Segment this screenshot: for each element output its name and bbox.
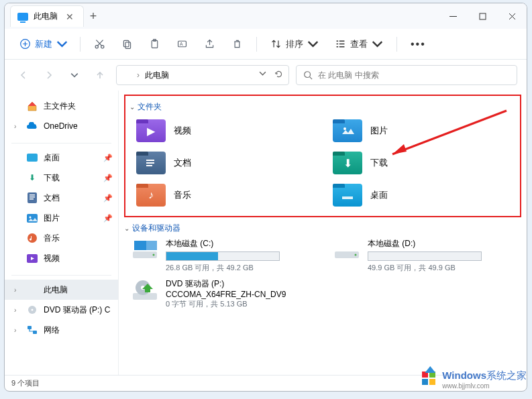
item-count: 9 个项目 bbox=[11, 378, 40, 388]
pin-icon: 📌 bbox=[103, 214, 113, 223]
view-label: 查看 bbox=[350, 38, 368, 50]
sidebar-downloads[interactable]: ⬇ 下载📌 bbox=[5, 168, 118, 188]
drive-name: DVD 驱动器 (P:) bbox=[166, 278, 319, 290]
svg-point-8 bbox=[101, 46, 104, 48]
forward-button[interactable] bbox=[40, 66, 58, 84]
svg-point-31 bbox=[30, 216, 32, 218]
svg-point-7 bbox=[95, 46, 98, 48]
refresh-button[interactable] bbox=[274, 70, 283, 80]
caret-down-icon: ⌄ bbox=[129, 103, 135, 111]
drive-c[interactable]: 本地磁盘 (C:) 26.8 GB 可用，共 49.2 GB bbox=[131, 238, 319, 273]
drive-name: 本地磁盘 (D:) bbox=[368, 238, 521, 249]
svg-rect-42 bbox=[146, 165, 152, 166]
up-button[interactable] bbox=[91, 66, 109, 84]
document-icon bbox=[26, 192, 38, 203]
sidebar-dvd[interactable]: › DVD 驱动器 (P:) C bbox=[5, 300, 118, 320]
search-box[interactable]: 在 此电脑 中搜索 bbox=[296, 65, 517, 85]
drive-dvd[interactable]: DVD 驱动器 (P:) CCCOMA_X64FRE_ZH-CN_DV9 0 字… bbox=[131, 278, 319, 309]
caret-down-icon: ⌄ bbox=[124, 225, 129, 232]
pin-icon: 📌 bbox=[103, 174, 113, 182]
delete-button[interactable] bbox=[225, 36, 250, 52]
view-button[interactable]: 查看 bbox=[328, 36, 390, 53]
svg-rect-26 bbox=[28, 192, 37, 203]
music-icon bbox=[26, 233, 38, 243]
minimize-button[interactable] bbox=[438, 5, 468, 27]
svg-text:A: A bbox=[180, 42, 183, 46]
svg-rect-28 bbox=[30, 196, 35, 198]
folder-desktop[interactable]: 桌面 bbox=[333, 181, 516, 209]
sidebar-pictures[interactable]: 图片📌 bbox=[5, 208, 118, 228]
clipboard-icon bbox=[149, 38, 160, 50]
drive-icon bbox=[131, 238, 159, 262]
cut-button[interactable] bbox=[87, 36, 112, 52]
search-icon bbox=[303, 70, 313, 80]
folder-documents[interactable]: 文档 bbox=[136, 149, 319, 177]
folder-music[interactable]: ♪音乐 bbox=[136, 181, 319, 209]
sidebar-this-pc[interactable]: › 此电脑 bbox=[5, 280, 118, 300]
address-location: 此电脑 bbox=[145, 70, 169, 81]
pin-icon: 📌 bbox=[103, 154, 113, 162]
window-tab[interactable]: 此电脑 ✕ bbox=[10, 5, 84, 27]
chevron-down-icon bbox=[56, 38, 68, 50]
network-icon bbox=[26, 325, 38, 335]
share-icon bbox=[204, 38, 215, 50]
maximize-button[interactable] bbox=[468, 5, 497, 27]
folder-pictures[interactable]: 图片 bbox=[333, 117, 516, 145]
drive-icon bbox=[333, 238, 361, 262]
devices-section-header[interactable]: ⌄ 设备和驱动器 bbox=[124, 223, 521, 234]
pin-icon: 📌 bbox=[103, 194, 113, 203]
document-icon bbox=[136, 152, 166, 174]
svg-rect-43 bbox=[342, 196, 353, 199]
sidebar-home[interactable]: 主文件夹 bbox=[5, 96, 118, 116]
folders-section-header[interactable]: ⌄ 文件夹 bbox=[129, 101, 516, 113]
sidebar-network[interactable]: › 网络 bbox=[5, 320, 118, 340]
this-pc-icon bbox=[122, 72, 131, 79]
music-icon: ♪ bbox=[136, 184, 166, 207]
picture-icon bbox=[333, 119, 362, 142]
desktop-icon bbox=[333, 184, 362, 207]
annotation-highlight: ⌄ 文件夹 ▶视频 图片 文档 ⬇下载 ♪音乐 桌面 bbox=[124, 95, 521, 217]
address-row: › 此电脑 在 此电脑 中搜索 bbox=[5, 60, 527, 91]
new-tab-button[interactable]: + bbox=[84, 9, 103, 23]
desktop-icon bbox=[26, 152, 38, 163]
trash-icon bbox=[231, 38, 243, 50]
address-bar[interactable]: › 此电脑 bbox=[116, 65, 289, 85]
close-button[interactable] bbox=[497, 5, 527, 27]
sidebar-onedrive[interactable]: › OneDrive bbox=[5, 116, 118, 136]
this-pc-icon bbox=[26, 284, 38, 295]
sidebar-videos[interactable]: 视频 bbox=[5, 248, 118, 268]
download-icon: ⬇ bbox=[26, 172, 38, 183]
drive-name: 本地磁盘 (C:) bbox=[166, 238, 319, 249]
toolbar: 新建 A 排序 查看 ••• bbox=[5, 29, 527, 60]
sort-icon bbox=[270, 38, 282, 50]
more-button[interactable]: ••• bbox=[404, 36, 433, 53]
svg-rect-11 bbox=[123, 40, 129, 46]
tab-close-button[interactable]: ✕ bbox=[63, 11, 76, 22]
folder-downloads[interactable]: ⬇下载 bbox=[333, 149, 516, 177]
explorer-window: 此电脑 ✕ + 新建 A 排序 查看 bbox=[4, 3, 527, 392]
tab-title: 此电脑 bbox=[34, 11, 58, 22]
sort-button[interactable]: 排序 bbox=[264, 36, 325, 53]
folder-videos[interactable]: ▶视频 bbox=[136, 117, 319, 145]
address-dropdown[interactable] bbox=[259, 70, 266, 80]
new-button[interactable]: 新建 bbox=[14, 36, 73, 53]
titlebar: 此电脑 ✕ + bbox=[5, 3, 527, 29]
svg-point-49 bbox=[355, 254, 357, 256]
sidebar-desktop[interactable]: 桌面📌 bbox=[5, 148, 118, 168]
sidebar-documents[interactable]: 文档📌 bbox=[5, 188, 118, 208]
rename-button[interactable]: A bbox=[170, 36, 195, 52]
svg-rect-41 bbox=[146, 162, 154, 164]
copy-button[interactable] bbox=[115, 36, 140, 52]
share-button[interactable] bbox=[197, 36, 222, 52]
drive-volume-label: CCCOMA_X64FRE_ZH-CN_DV9 bbox=[166, 290, 319, 299]
sidebar: 主文件夹 › OneDrive 桌面📌 ⬇ 下载📌 文档📌 bbox=[5, 91, 119, 375]
svg-rect-27 bbox=[30, 194, 35, 196]
paste-button[interactable] bbox=[142, 36, 167, 52]
drive-d[interactable]: 本地磁盘 (D:) 49.9 GB 可用，共 49.9 GB bbox=[333, 238, 521, 273]
back-button[interactable] bbox=[14, 66, 33, 84]
svg-point-32 bbox=[28, 233, 37, 243]
svg-rect-40 bbox=[146, 160, 154, 161]
recent-dropdown[interactable] bbox=[65, 66, 84, 84]
sidebar-music[interactable]: 音乐 bbox=[5, 228, 118, 248]
svg-point-35 bbox=[32, 309, 34, 311]
